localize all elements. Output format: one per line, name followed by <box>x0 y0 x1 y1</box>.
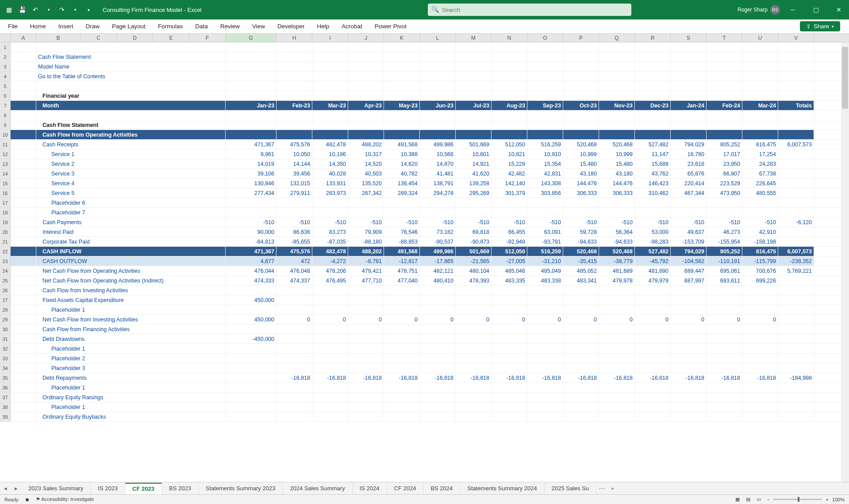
cell[interactable] <box>599 42 635 52</box>
row-header[interactable]: 23 <box>0 256 11 266</box>
cell[interactable] <box>11 179 36 188</box>
cell[interactable] <box>456 111 492 120</box>
cell[interactable] <box>456 363 492 373</box>
cell[interactable] <box>11 198 36 207</box>
cell[interactable] <box>671 52 707 61</box>
cell[interactable]: 794,029 <box>671 247 707 256</box>
cell[interactable] <box>527 325 563 334</box>
cell[interactable] <box>312 130 348 139</box>
row-header[interactable]: 22 <box>0 247 11 256</box>
cell[interactable]: 15,229 <box>492 159 527 168</box>
row-label[interactable]: Go to the Table of Contents <box>36 72 226 81</box>
cell[interactable]: -450,000 <box>226 334 277 344</box>
cell[interactable] <box>277 402 312 412</box>
cell[interactable] <box>11 402 36 412</box>
cell[interactable]: -510 <box>348 218 384 227</box>
cell[interactable] <box>384 412 420 421</box>
cell[interactable]: Aug-23 <box>492 101 527 110</box>
cell[interactable]: 86,636 <box>277 227 312 237</box>
cell[interactable] <box>420 72 456 81</box>
row-label[interactable]: Service 5 <box>36 188 226 198</box>
cell[interactable] <box>599 52 635 61</box>
cell[interactable]: 10,050 <box>277 149 312 159</box>
cell[interactable] <box>527 363 563 373</box>
cell[interactable] <box>563 42 599 52</box>
cell[interactable]: -45,792 <box>635 256 671 266</box>
cell[interactable] <box>348 393 384 402</box>
cell[interactable] <box>707 208 742 217</box>
cell[interactable] <box>384 120 420 130</box>
cell[interactable]: -153,709 <box>671 237 707 246</box>
cell[interactable] <box>671 354 707 363</box>
cell[interactable] <box>563 81 599 91</box>
cell[interactable] <box>778 159 814 168</box>
cell[interactable]: 220,414 <box>671 179 707 188</box>
row-header[interactable]: 18 <box>0 208 11 218</box>
cell[interactable] <box>277 72 312 81</box>
row-label[interactable]: Placeholder 1 <box>36 402 226 412</box>
row-label[interactable]: Placeholder 1 <box>36 383 226 392</box>
cell[interactable] <box>348 42 384 52</box>
cell[interactable]: 146,423 <box>635 179 671 188</box>
cell[interactable] <box>11 325 36 334</box>
cell[interactable] <box>527 72 563 81</box>
cell[interactable] <box>492 412 527 421</box>
cell[interactable] <box>635 130 671 139</box>
cell[interactable] <box>277 295 312 305</box>
cell[interactable] <box>384 42 420 52</box>
cell[interactable] <box>312 72 348 81</box>
cell[interactable] <box>384 62 420 71</box>
cell[interactable]: 474,337 <box>277 276 312 285</box>
row-header[interactable]: 14 <box>0 169 11 179</box>
cell[interactable] <box>707 81 742 91</box>
view-page-layout-icon[interactable]: ▤ <box>746 496 750 502</box>
cell[interactable] <box>778 393 814 402</box>
cell[interactable]: 501,669 <box>456 140 492 149</box>
row-header[interactable]: 5 <box>0 81 11 91</box>
cell[interactable]: 474,333 <box>226 276 277 285</box>
cell[interactable]: 139,258 <box>456 179 492 188</box>
cell[interactable]: 17,017 <box>707 149 742 159</box>
cell[interactable] <box>599 402 635 412</box>
cell[interactable] <box>742 42 778 52</box>
cell[interactable] <box>492 120 527 130</box>
zoom-out-button[interactable]: − <box>767 497 770 502</box>
cell[interactable] <box>277 208 312 217</box>
cell[interactable] <box>707 295 742 305</box>
cell[interactable]: -88,180 <box>348 237 384 246</box>
cell[interactable]: 303,856 <box>527 188 563 198</box>
cell[interactable] <box>384 52 420 61</box>
col-header-J[interactable]: J <box>348 34 384 42</box>
cell[interactable] <box>312 286 348 295</box>
cell[interactable]: Mar-23 <box>312 101 348 110</box>
cell[interactable] <box>563 402 599 412</box>
cell[interactable] <box>277 130 312 139</box>
row-label[interactable]: Net Cash Flow from Operating Activities <box>36 266 226 275</box>
cell[interactable] <box>707 305 742 314</box>
cell[interactable]: -16,818 <box>312 373 348 382</box>
cell[interactable]: -510 <box>527 218 563 227</box>
row-header[interactable]: 11 <box>0 140 11 149</box>
cell[interactable]: 499,986 <box>420 247 456 256</box>
cell[interactable] <box>420 62 456 71</box>
cell[interactable] <box>226 72 277 81</box>
cell[interactable] <box>671 208 707 217</box>
cell[interactable]: 527,482 <box>635 140 671 149</box>
cell[interactable] <box>348 412 384 421</box>
cell[interactable]: -16,818 <box>635 373 671 382</box>
sheet-tab-is-2023[interactable]: IS 2023 <box>91 482 125 494</box>
col-header-C[interactable]: C <box>81 34 117 42</box>
cell[interactable] <box>420 354 456 363</box>
cell[interactable]: 39,106 <box>226 169 277 178</box>
cell[interactable]: -90,537 <box>420 237 456 246</box>
cell[interactable] <box>456 402 492 412</box>
cell[interactable]: -510 <box>707 218 742 227</box>
row-header[interactable]: 36 <box>0 383 11 393</box>
row-header[interactable]: 9 <box>0 120 11 130</box>
cell[interactable]: 472 <box>277 256 312 266</box>
row-header[interactable]: 20 <box>0 227 11 237</box>
ribbon-tab-view[interactable]: View <box>251 20 266 32</box>
cell[interactable] <box>563 52 599 61</box>
cell[interactable] <box>635 295 671 305</box>
cell[interactable] <box>348 52 384 61</box>
